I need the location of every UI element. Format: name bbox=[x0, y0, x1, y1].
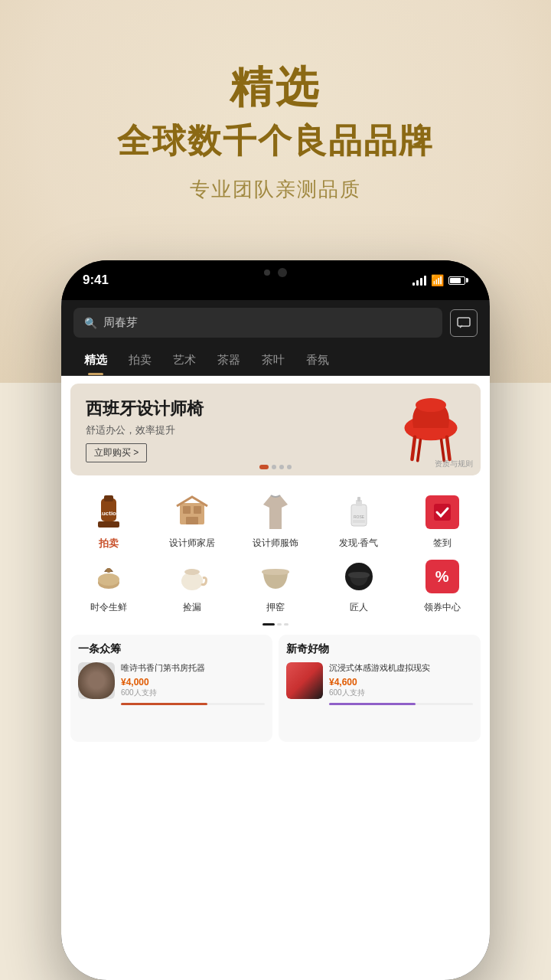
category-row-1: Auction 拍卖 设计师家居 bbox=[61, 483, 490, 554]
category-kiln-label: 押窑 bbox=[266, 601, 285, 614]
signal-icon bbox=[412, 275, 426, 286]
novelty-product-image bbox=[286, 662, 323, 699]
category-checkin[interactable]: 签到 bbox=[400, 492, 484, 550]
banner-text: 西班牙设计师椅 舒适办公，效率提升 立即购买 > bbox=[70, 385, 219, 475]
bottom-sections: 一条众筹 唯诗书香门第书房托器 ¥4,000 600人支持 bbox=[61, 629, 490, 748]
svg-line-6 bbox=[442, 439, 445, 460]
category-row-2: 时令生鲜 捡漏 bbox=[61, 554, 490, 620]
banner-rules-link[interactable]: 资质与规则 bbox=[435, 459, 473, 469]
category-fresh-label: 时令生鲜 bbox=[90, 601, 127, 614]
tab-paimai[interactable]: 拍卖 bbox=[118, 345, 162, 375]
kiln-icon-box bbox=[256, 557, 295, 596]
svg-rect-9 bbox=[98, 521, 119, 528]
auction-bottle-icon: Auction bbox=[90, 492, 127, 532]
category-kiln[interactable]: 押窑 bbox=[234, 557, 318, 614]
wifi-icon: 📶 bbox=[431, 274, 444, 286]
svg-rect-14 bbox=[186, 517, 198, 524]
message-icon-button[interactable] bbox=[450, 309, 478, 337]
banner-chair-image bbox=[396, 390, 465, 469]
headline-desc: 专业团队亲测品质 bbox=[0, 176, 551, 203]
novelty-progress-bar bbox=[329, 703, 473, 705]
status-bar: 9:41 📶 bbox=[61, 260, 490, 300]
category-craftsman[interactable]: 匠人 bbox=[317, 557, 400, 614]
category-checkin-label: 签到 bbox=[433, 537, 452, 550]
tab-xiangfen[interactable]: 香氛 bbox=[295, 345, 340, 375]
scroll-indicator bbox=[61, 623, 490, 626]
header-section: 精选 全球数千个良品品牌 专业团队亲测品质 bbox=[0, 0, 551, 203]
svg-point-2 bbox=[416, 398, 446, 412]
crowdfunding-progress-bar bbox=[121, 703, 265, 705]
svg-point-23 bbox=[106, 568, 111, 573]
svg-rect-0 bbox=[458, 318, 470, 326]
category-home[interactable]: 设计师家居 bbox=[151, 492, 234, 550]
banner-subtitle: 舒适办公，效率提升 bbox=[86, 423, 204, 437]
crowdfunding-title: 一条众筹 bbox=[78, 642, 265, 656]
svg-rect-17 bbox=[357, 497, 360, 501]
status-time: 9:41 bbox=[83, 273, 109, 288]
crowdfunding-product-image bbox=[78, 662, 115, 699]
crowdfunding-product[interactable]: 唯诗书香门第书房托器 ¥4,000 600人支持 bbox=[78, 662, 265, 705]
category-perfume-label: 发现·香气 bbox=[339, 537, 378, 550]
novelty-support-count: 600人支持 bbox=[329, 688, 473, 698]
svg-line-3 bbox=[412, 437, 415, 459]
craftsman-icon-box bbox=[339, 557, 379, 596]
category-clothes[interactable]: 设计师服饰 bbox=[234, 492, 318, 550]
designer-clothes-icon bbox=[259, 492, 292, 532]
category-perfume[interactable]: ROSE 发现·香气 bbox=[317, 492, 400, 550]
category-coupon[interactable]: % 领券中心 bbox=[400, 557, 484, 614]
headline-main: 精选 bbox=[0, 61, 551, 113]
message-icon bbox=[457, 317, 471, 329]
category-fresh[interactable]: 时令生鲜 bbox=[67, 557, 151, 614]
category-auction-label: 拍卖 bbox=[99, 537, 119, 550]
crowdfunding-product-name: 唯诗书香门第书房托器 bbox=[121, 662, 265, 674]
banner-title: 西班牙设计师椅 bbox=[86, 397, 204, 420]
crowdfunding-support-count: 600人支持 bbox=[121, 688, 265, 698]
banner-buy-button[interactable]: 立即购买 > bbox=[86, 443, 147, 462]
checkin-icon-box bbox=[422, 492, 462, 532]
category-auction[interactable]: Auction 拍卖 bbox=[67, 492, 151, 550]
search-input[interactable]: 🔍 周春芽 bbox=[73, 308, 442, 338]
svg-rect-8 bbox=[104, 495, 113, 501]
designer-home-icon bbox=[174, 494, 210, 531]
crowdfunding-progress-fill bbox=[121, 703, 207, 705]
tab-chaye[interactable]: 茶叶 bbox=[251, 345, 295, 375]
banner[interactable]: 西班牙设计师椅 舒适办公，效率提升 立即购买 > bbox=[70, 384, 481, 475]
svg-rect-12 bbox=[183, 506, 191, 514]
camera-hole bbox=[278, 268, 287, 277]
tab-chaqi[interactable]: 茶器 bbox=[207, 345, 251, 375]
novelty-product[interactable]: 沉浸式体感游戏机虚拟现实 ¥4,600 600人支持 bbox=[286, 662, 473, 705]
category-craftsman-label: 匠人 bbox=[350, 601, 368, 614]
crowdfunding-section[interactable]: 一条众筹 唯诗书香门第书房托器 ¥4,000 600人支持 bbox=[70, 635, 272, 742]
novelty-title: 新奇好物 bbox=[286, 642, 473, 656]
category-clothes-label: 设计师服饰 bbox=[253, 537, 298, 550]
fresh-icon-box bbox=[89, 557, 129, 596]
category-bargain-label: 捡漏 bbox=[183, 601, 201, 614]
status-icons: 📶 bbox=[412, 274, 468, 286]
clothes-icon-box bbox=[256, 492, 295, 532]
svg-line-5 bbox=[418, 439, 421, 460]
svg-text:ROSE: ROSE bbox=[354, 514, 365, 519]
perfume-icon: ROSE bbox=[345, 492, 373, 532]
novelty-product-info: 沉浸式体感游戏机虚拟现实 ¥4,600 600人支持 bbox=[329, 662, 473, 705]
novelty-product-name: 沉浸式体感游戏机虚拟现实 bbox=[329, 662, 473, 674]
novelty-section[interactable]: 新奇好物 沉浸式体感游戏机虚拟现实 ¥4,600 600人支持 bbox=[279, 635, 481, 742]
craftsman-bowl-icon bbox=[344, 561, 374, 592]
category-bargain[interactable]: 捡漏 bbox=[151, 557, 234, 614]
novelty-product-price: ¥4,600 bbox=[329, 677, 473, 688]
home-icon-box bbox=[172, 492, 212, 532]
novelty-progress-fill bbox=[329, 703, 416, 705]
crowdfunding-product-info: 唯诗书香门第书房托器 ¥4,000 600人支持 bbox=[121, 662, 265, 705]
notch bbox=[214, 260, 337, 285]
tab-jingxuan[interactable]: 精选 bbox=[73, 345, 118, 375]
checkin-checkmark-icon bbox=[432, 502, 452, 522]
fresh-food-icon bbox=[90, 558, 127, 595]
headline-sub: 全球数千个良品品牌 bbox=[0, 119, 551, 164]
svg-point-22 bbox=[98, 573, 119, 586]
tab-yishu[interactable]: 艺术 bbox=[162, 345, 207, 375]
phone-content: 🔍 周春芽 精选 拍卖 艺术 茶器 茶叶 香氛 西班牙设计师椅 舒适办公，效率 bbox=[61, 300, 490, 980]
crowdfunding-product-price: ¥4,000 bbox=[121, 677, 265, 688]
teapot-icon bbox=[174, 558, 210, 595]
coupon-icon-box: % bbox=[422, 557, 462, 596]
svg-rect-13 bbox=[194, 506, 201, 514]
bargain-icon-box bbox=[172, 557, 212, 596]
